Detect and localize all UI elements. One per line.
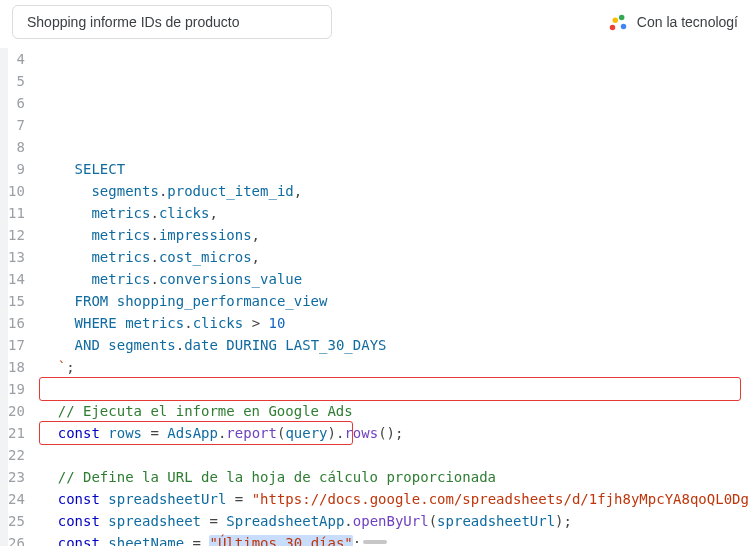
code-line[interactable]: metrics.conversions_value: [41, 268, 750, 290]
line-number: 18: [8, 356, 25, 378]
line-number: 25: [8, 510, 25, 532]
line-number: 5: [8, 70, 25, 92]
svg-point-1: [612, 17, 618, 23]
code-line[interactable]: const rows = AdsApp.report(query).rows()…: [41, 422, 750, 444]
line-number: 11: [8, 202, 25, 224]
line-number-gutter: 4567891011121314151617181920212223242526…: [8, 48, 37, 546]
line-number: 15: [8, 290, 25, 312]
script-title-text: Shopping informe IDs de producto: [27, 14, 239, 30]
line-number: 8: [8, 136, 25, 158]
code-line[interactable]: // Ejecuta el informe en Google Ads: [41, 400, 750, 422]
editor-area: 4567891011121314151617181920212223242526…: [0, 48, 750, 546]
code-line[interactable]: [41, 378, 750, 400]
grip-icon: [363, 540, 387, 544]
line-number: 19: [8, 378, 25, 400]
script-title-input[interactable]: Shopping informe IDs de producto: [12, 5, 332, 39]
apps-script-logo-icon: [607, 11, 629, 33]
code-line[interactable]: AND segments.date DURING LAST_30_DAYS: [41, 334, 750, 356]
line-number: 12: [8, 224, 25, 246]
code-line[interactable]: const spreadsheetUrl = "https://docs.goo…: [41, 488, 750, 510]
code-line[interactable]: WHERE metrics.clicks > 10: [41, 312, 750, 334]
line-number: 9: [8, 158, 25, 180]
line-number: 24: [8, 488, 25, 510]
code-line[interactable]: metrics.clicks,: [41, 202, 750, 224]
line-number: 17: [8, 334, 25, 356]
line-number: 14: [8, 268, 25, 290]
code-line[interactable]: `;: [41, 356, 750, 378]
code-line[interactable]: metrics.impressions,: [41, 224, 750, 246]
code-line[interactable]: segments.product_item_id,: [41, 180, 750, 202]
code-line[interactable]: metrics.cost_micros,: [41, 246, 750, 268]
code-line[interactable]: SELECT: [41, 158, 750, 180]
left-rail: [0, 48, 8, 546]
line-number: 13: [8, 246, 25, 268]
svg-point-2: [619, 15, 625, 21]
line-number: 22: [8, 444, 25, 466]
code-line[interactable]: const spreadsheet = SpreadsheetApp.openB…: [41, 510, 750, 532]
code-line[interactable]: FROM shopping_performance_view: [41, 290, 750, 312]
line-number: 21: [8, 422, 25, 444]
line-number: 7: [8, 114, 25, 136]
line-number: 23: [8, 466, 25, 488]
header-bar: Shopping informe IDs de producto Con la …: [0, 0, 750, 48]
code-line[interactable]: [41, 444, 750, 466]
line-number: 6: [8, 92, 25, 114]
line-number: 20: [8, 400, 25, 422]
brand-area: Con la tecnologí: [607, 11, 738, 33]
line-number: 16: [8, 312, 25, 334]
line-number: 4: [8, 48, 25, 70]
svg-point-3: [621, 24, 627, 30]
svg-point-0: [610, 25, 616, 31]
code-editor[interactable]: 4567891011121314151617181920212223242526…: [8, 48, 750, 546]
brand-text: Con la tecnologí: [637, 14, 738, 30]
code-line[interactable]: // Define la URL de la hoja de cálculo p…: [41, 466, 750, 488]
line-number: 10: [8, 180, 25, 202]
code-content[interactable]: SELECT segments.product_item_id, metrics…: [37, 48, 750, 546]
